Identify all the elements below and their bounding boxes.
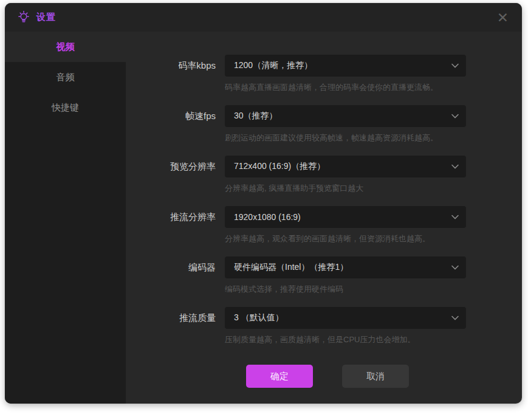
form-row-stream-quality: 推流质量 3 （默认值） 压制质量越高，画质越清晰，但是CPU压力也会增加。	[126, 307, 522, 345]
bitrate-hint: 码率越高直播画面越清晰，合理的码率会使你的直播更流畅。	[225, 82, 466, 92]
dialog-body: 视频 音频 快捷键 码率kbps 1200（清晰，推荐） 码率越高直播画面越清晰…	[5, 32, 522, 404]
form-row-fps: 帧速fps 30（推荐） 剧烈运动的画面建议使用较高帧速，帧速越高资源消耗越高。	[126, 105, 522, 143]
bitrate-dropdown[interactable]: 1200（清晰，推荐）	[225, 55, 466, 77]
cancel-button[interactable]: 取消	[342, 365, 409, 388]
sidebar: 视频 音频 快捷键	[5, 32, 126, 404]
settings-dialog: 设置 ✕ 视频 音频 快捷键 码率kbps 1200（清晰，推荐） 码率越高直播…	[5, 3, 522, 404]
form-row-preview-resolution: 预览分辨率 712x400 (16:9)（推荐） 分辨率越高, 疯播直播助手预览…	[126, 156, 522, 193]
close-icon[interactable]: ✕	[497, 10, 509, 24]
preview-resolution-hint: 分辨率越高, 疯播直播助手预览窗口越大	[225, 183, 466, 193]
chevron-down-icon	[451, 164, 459, 169]
stream-resolution-value: 1920x1080 (16:9)	[234, 212, 301, 222]
preview-resolution-dropdown[interactable]: 712x400 (16:9)（推荐）	[225, 156, 466, 177]
footer-button-row: 确定 取消	[126, 365, 522, 388]
fps-label: 帧速fps	[126, 105, 216, 143]
stream-quality-dropdown[interactable]: 3 （默认值）	[225, 307, 466, 329]
chevron-down-icon	[451, 63, 459, 68]
form-row-stream-resolution: 推流分辨率 1920x1080 (16:9) 分辨率越高，观众看到的画面越清晰，…	[126, 206, 522, 244]
stream-quality-hint: 压制质量越高，画质越清晰，但是CPU压力也会增加。	[225, 334, 466, 345]
stream-resolution-label: 推流分辨率	[126, 206, 216, 244]
chevron-down-icon	[451, 215, 459, 219]
stream-quality-value: 3 （默认值）	[234, 312, 284, 323]
bitrate-label: 码率kbps	[126, 55, 216, 92]
encoder-dropdown[interactable]: 硬件编码器（Intel）（推荐1）	[225, 256, 466, 278]
stream-quality-label: 推流质量	[126, 307, 216, 345]
fps-hint: 剧烈运动的画面建议使用较高帧速，帧速越高资源消耗越高。	[225, 133, 466, 143]
chevron-down-icon	[451, 315, 459, 320]
fps-dropdown[interactable]: 30（推荐）	[225, 105, 466, 127]
dialog-title: 设置	[36, 12, 56, 23]
titlebar: 设置 ✕	[5, 3, 522, 32]
preview-resolution-value: 712x400 (16:9)（推荐）	[234, 161, 325, 172]
chevron-down-icon	[451, 265, 459, 270]
stream-resolution-hint: 分辨率越高，观众看到的画面越清晰，但资源消耗也越高。	[225, 233, 466, 244]
form-row-encoder: 编码器 硬件编码器（Intel）（推荐1） 编码模式选择，推荐使用硬件编码	[126, 256, 522, 294]
encoder-label: 编码器	[126, 256, 216, 294]
fps-value: 30（推荐）	[234, 111, 278, 122]
tab-video[interactable]: 视频	[5, 32, 126, 62]
chevron-down-icon	[451, 114, 459, 119]
form-row-bitrate: 码率kbps 1200（清晰，推荐） 码率越高直播画面越清晰，合理的码率会使你的…	[126, 55, 522, 92]
tab-hotkeys[interactable]: 快捷键	[5, 92, 126, 123]
lamp-icon	[17, 10, 30, 25]
ok-button[interactable]: 确定	[246, 365, 313, 388]
encoder-value: 硬件编码器（Intel）（推荐1）	[234, 262, 348, 273]
preview-resolution-label: 预览分辨率	[126, 156, 216, 193]
bitrate-value: 1200（清晰，推荐）	[234, 60, 312, 71]
stream-resolution-dropdown[interactable]: 1920x1080 (16:9)	[225, 206, 466, 228]
encoder-hint: 编码模式选择，推荐使用硬件编码	[225, 284, 466, 294]
settings-form: 码率kbps 1200（清晰，推荐） 码率越高直播画面越清晰，合理的码率会使你的…	[126, 32, 522, 404]
tab-audio[interactable]: 音频	[5, 62, 126, 92]
